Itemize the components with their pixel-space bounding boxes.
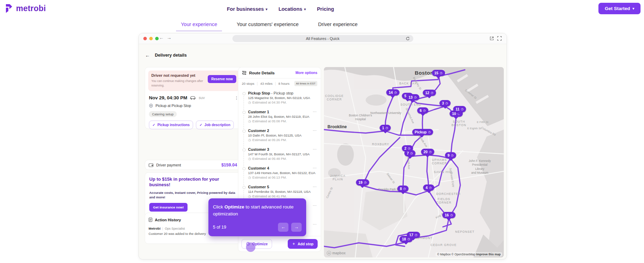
miles-count: 43 miles — [260, 82, 272, 85]
clock-icon: ◷ — [423, 109, 426, 112]
map-marker-18[interactable]: 18◷ — [399, 236, 413, 242]
stop-eta: ◷Estimated at 05:26 PM. — [248, 138, 317, 142]
route-stop[interactable]: Customer 3147 W Fourth St, Boston, MA 02… — [240, 146, 319, 164]
route-stop[interactable]: Customer 210 Dalin Pl, Boston, MA 02125,… — [240, 127, 319, 146]
map-marker-19[interactable]: 19◷ — [356, 179, 369, 186]
divider — [275, 82, 276, 85]
optimize-button[interactable]: Optimize — [241, 239, 272, 249]
stop-eta: ◷Estimated at 05:48 PM. — [248, 157, 317, 161]
refresh-icon[interactable] — [406, 36, 410, 42]
check-icon: ✓ — [199, 123, 202, 127]
tour-prev-button[interactable]: ← — [278, 223, 288, 232]
map-marker-16[interactable]: 16◷ — [442, 212, 455, 218]
add-stop-button[interactable]: ＋Add stop — [288, 239, 318, 249]
nav-item-for-businesses[interactable]: For businesses▾ — [227, 6, 267, 12]
mapbox-icon: m — [327, 251, 331, 255]
payment-label: Driver payment — [156, 163, 181, 167]
map-marker-13[interactable]: 13◷ — [406, 94, 419, 100]
improve-map-link[interactable]: Improve this map — [476, 253, 501, 256]
clock-icon: ◷ — [445, 101, 448, 105]
metrobi-logo[interactable]: metrobi — [5, 3, 46, 14]
get-insurance-button[interactable]: Get insurance now! — [149, 203, 188, 212]
job-description-button[interactable]: ✓ Job description — [196, 121, 234, 129]
stop-menu-icon[interactable]: ⋯ — [313, 166, 317, 170]
stop-menu-icon[interactable]: ⋯ — [313, 109, 317, 114]
tour-next-button[interactable]: → — [291, 223, 302, 232]
driver-payment-card[interactable]: Driver payment $159.04 › — [145, 160, 244, 170]
map-marker-8[interactable]: 8◷ — [397, 186, 408, 192]
stop-menu-icon[interactable]: ⋯ — [313, 147, 317, 151]
insurance-title: Up to $15k in protection for your busine… — [149, 176, 240, 188]
map-marker-11[interactable]: 11◷ — [453, 106, 466, 112]
pickup-instructions-button[interactable]: ✓ Pickup instructions — [149, 121, 193, 129]
clock-icon: ◷ — [248, 119, 251, 123]
map-marker-6[interactable]: 6◷ — [417, 107, 428, 114]
mapbox-logo: m mapbox — [327, 251, 345, 255]
marker-label: 19 — [358, 180, 363, 184]
stop-menu-icon[interactable]: ⋯ — [313, 203, 317, 208]
map-marker-9[interactable]: 9◷ — [445, 152, 456, 158]
more-options-link[interactable]: More options — [295, 71, 317, 75]
marker-label: 6 — [420, 108, 422, 113]
clock-icon: ◷ — [248, 194, 251, 198]
route-stop[interactable]: Pickup Stop - Pickup stop125 Magazine St… — [240, 89, 319, 108]
fullscreen-icon[interactable] — [497, 36, 502, 42]
route-stop[interactable]: Customer 4137-149 Homes Ave, Boston, MA … — [240, 164, 319, 183]
map-marker-3[interactable]: 3◷ — [439, 100, 451, 106]
stop-menu-icon[interactable]: ⋯ — [313, 128, 317, 133]
map-marker-15[interactable]: 15◷ — [432, 70, 445, 76]
clock-icon: ◷ — [429, 186, 432, 189]
pickup-location: Pickup at Pickup Stop — [156, 104, 191, 108]
map-marker-4[interactable]: 4◷ — [423, 184, 434, 191]
stop-info: Pickup Stop - Pickup stop125 Magazine St… — [248, 91, 317, 104]
stop-name: Pickup Stop - Pickup stop — [248, 91, 317, 95]
marker-label: 1 — [382, 126, 384, 130]
minimize-window-icon[interactable] — [149, 37, 153, 40]
pickup-target-icon — [149, 104, 153, 108]
stop-address: 147 W Fourth St, Boston, MA 02127, USA — [248, 152, 317, 156]
map-marker-1[interactable]: 1◷ — [380, 125, 391, 131]
tab-your-customers-experience[interactable]: Your customers' experience — [232, 19, 303, 31]
divider — [257, 82, 257, 85]
clock-icon: ◷ — [461, 107, 464, 111]
stop-address: 10 Dalin Pl, Boston, MA 02125, USA — [248, 133, 317, 137]
arrow-right-icon: → — [294, 224, 299, 230]
browser-forward-icon[interactable]: → — [167, 35, 172, 40]
marker-label: 15 — [434, 71, 438, 75]
clock-icon: ◷ — [408, 147, 411, 150]
url-bar[interactable]: All Features - Quick — [232, 35, 413, 42]
main-nav: For businesses▾Locations▾Pricing — [227, 0, 334, 18]
marker-label: 3 — [442, 101, 444, 105]
stop-menu-icon[interactable]: ⋯ — [313, 184, 317, 189]
route-map[interactable]: © Mapbox © OpenStreetMap Improve this ma… — [324, 67, 504, 257]
reserve-now-button[interactable]: Reserve now — [208, 75, 236, 83]
stop-menu-icon[interactable]: ⋯ — [313, 222, 317, 227]
logo-text: metrobi — [16, 4, 46, 13]
map-marker-12[interactable]: 12◷ — [423, 90, 436, 96]
close-window-icon[interactable] — [143, 37, 147, 40]
clock-icon: ◷ — [429, 150, 432, 154]
nav-item-label: Locations — [278, 6, 302, 12]
clock-icon: ◷ — [451, 154, 454, 157]
tab-your-experience[interactable]: Your experience — [176, 19, 222, 31]
nav-item-locations[interactable]: Locations▾ — [278, 6, 306, 12]
map-marker-pickup[interactable]: Pickup◷ — [412, 129, 433, 135]
stops-count: 20 stops — [242, 82, 254, 85]
map-marker-20[interactable]: 20◷ — [421, 149, 434, 155]
route-details-title: Route Details — [249, 71, 275, 75]
nav-item-pricing[interactable]: Pricing — [317, 6, 334, 12]
map-marker-14[interactable]: 14◷ — [386, 89, 399, 96]
browser-back-icon[interactable]: ← — [159, 35, 164, 40]
route-stop[interactable]: Customer 128 John Eliot Sq, Boston, MA 0… — [240, 108, 319, 127]
get-started-button[interactable]: Get Started▾ — [598, 3, 641, 14]
driver-banner: Driver not requested yet You can continu… — [148, 71, 239, 91]
tab-driver-experience[interactable]: Driver experience — [313, 19, 363, 31]
map-marker-7[interactable]: 7◷ — [404, 150, 415, 156]
marker-label: 16 — [445, 213, 449, 217]
open-external-icon[interactable] — [490, 36, 494, 42]
marker-label: 4 — [426, 186, 428, 190]
app-back-icon[interactable]: ← — [145, 52, 150, 58]
maximize-window-icon[interactable] — [155, 37, 159, 40]
marker-label: 12 — [425, 91, 429, 95]
payment-amount[interactable]: $159.04 › — [221, 163, 240, 167]
